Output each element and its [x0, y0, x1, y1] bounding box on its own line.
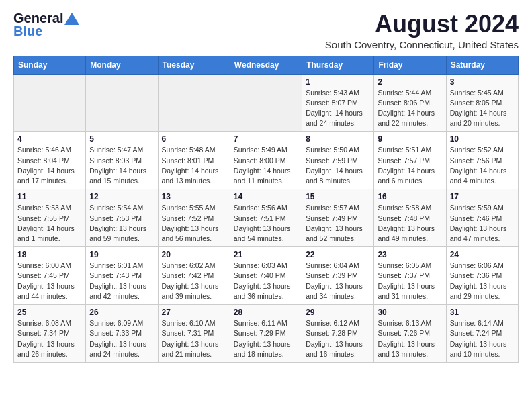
day-info: Sunrise: 6:12 AMSunset: 7:28 PMDaylight:…: [306, 318, 370, 359]
day-info: Sunrise: 6:09 AMSunset: 7:33 PMDaylight:…: [89, 318, 154, 359]
day-number: 29: [306, 308, 370, 317]
day-info: Sunrise: 5:56 AMSunset: 7:51 PMDaylight:…: [234, 203, 298, 244]
day-cell: 25Sunrise: 6:08 AMSunset: 7:34 PMDayligh…: [14, 305, 86, 363]
day-info: Sunrise: 6:00 AMSunset: 7:45 PMDaylight:…: [17, 261, 82, 302]
day-number: 17: [450, 192, 515, 201]
day-info: Sunrise: 5:53 AMSunset: 7:55 PMDaylight:…: [17, 203, 82, 244]
day-number: 25: [17, 308, 82, 317]
day-info: Sunrise: 5:50 AMSunset: 7:59 PMDaylight:…: [306, 145, 370, 186]
calendar-table: SundayMondayTuesdayWednesdayThursdayFrid…: [13, 56, 519, 363]
day-info: Sunrise: 5:44 AMSunset: 8:06 PMDaylight:…: [378, 88, 442, 129]
day-info: Sunrise: 5:45 AMSunset: 8:05 PMDaylight:…: [450, 88, 515, 129]
day-cell: 31Sunrise: 6:14 AMSunset: 7:24 PMDayligh…: [446, 305, 518, 363]
day-info: Sunrise: 6:04 AMSunset: 7:39 PMDaylight:…: [306, 261, 370, 302]
day-cell: 11Sunrise: 5:53 AMSunset: 7:55 PMDayligh…: [14, 189, 86, 247]
weekday-header-wednesday: Wednesday: [230, 56, 302, 74]
day-cell: 18Sunrise: 6:00 AMSunset: 7:45 PMDayligh…: [14, 247, 86, 305]
weekday-header-friday: Friday: [374, 56, 446, 74]
day-number: 24: [450, 250, 515, 259]
day-cell: 1Sunrise: 5:43 AMSunset: 8:07 PMDaylight…: [302, 74, 374, 132]
day-info: Sunrise: 6:02 AMSunset: 7:42 PMDaylight:…: [162, 261, 226, 302]
day-cell: 12Sunrise: 5:54 AMSunset: 7:53 PMDayligh…: [86, 189, 158, 247]
weekday-header-sunday: Sunday: [14, 56, 86, 74]
weekday-header-saturday: Saturday: [446, 56, 518, 74]
week-row-2: 4Sunrise: 5:46 AMSunset: 8:04 PMDaylight…: [14, 132, 519, 189]
day-number: 30: [378, 308, 442, 317]
day-cell: 19Sunrise: 6:01 AMSunset: 7:43 PMDayligh…: [86, 247, 158, 305]
day-cell: 14Sunrise: 5:56 AMSunset: 7:51 PMDayligh…: [230, 189, 302, 247]
day-number: 20: [162, 250, 226, 259]
week-row-5: 25Sunrise: 6:08 AMSunset: 7:34 PMDayligh…: [14, 305, 519, 363]
day-cell: 27Sunrise: 6:10 AMSunset: 7:31 PMDayligh…: [158, 305, 230, 363]
day-number: 6: [162, 134, 226, 144]
weekday-header-monday: Monday: [86, 56, 158, 74]
day-info: Sunrise: 5:48 AMSunset: 8:01 PMDaylight:…: [162, 145, 226, 186]
day-number: 7: [234, 134, 298, 144]
day-cell: 17Sunrise: 5:59 AMSunset: 7:46 PMDayligh…: [446, 189, 518, 247]
day-cell: [14, 74, 86, 132]
day-info: Sunrise: 6:03 AMSunset: 7:40 PMDaylight:…: [234, 261, 298, 302]
day-cell: 24Sunrise: 6:06 AMSunset: 7:36 PMDayligh…: [446, 247, 518, 305]
day-cell: 29Sunrise: 6:12 AMSunset: 7:28 PMDayligh…: [302, 305, 374, 363]
logo-blue: Blue: [13, 24, 42, 39]
day-number: 5: [89, 134, 154, 144]
day-cell: 20Sunrise: 6:02 AMSunset: 7:42 PMDayligh…: [158, 247, 230, 305]
day-number: 28: [234, 308, 298, 317]
week-row-1: 1Sunrise: 5:43 AMSunset: 8:07 PMDaylight…: [14, 74, 519, 132]
day-info: Sunrise: 5:54 AMSunset: 7:53 PMDaylight:…: [89, 203, 154, 244]
day-number: 19: [89, 250, 154, 259]
day-cell: 4Sunrise: 5:46 AMSunset: 8:04 PMDaylight…: [14, 132, 86, 189]
week-row-3: 11Sunrise: 5:53 AMSunset: 7:55 PMDayligh…: [14, 189, 519, 247]
month-title: August 2024: [325, 11, 519, 38]
day-info: Sunrise: 6:08 AMSunset: 7:34 PMDaylight:…: [17, 318, 82, 359]
day-info: Sunrise: 5:49 AMSunset: 8:00 PMDaylight:…: [234, 145, 298, 186]
day-number: 26: [89, 308, 154, 317]
day-number: 4: [17, 134, 82, 144]
day-cell: [230, 74, 302, 132]
day-cell: 5Sunrise: 5:47 AMSunset: 8:03 PMDaylight…: [86, 132, 158, 189]
logo: General Blue: [13, 11, 79, 39]
day-cell: 7Sunrise: 5:49 AMSunset: 8:00 PMDaylight…: [230, 132, 302, 189]
day-cell: 26Sunrise: 6:09 AMSunset: 7:33 PMDayligh…: [86, 305, 158, 363]
day-number: 18: [17, 250, 82, 259]
day-info: Sunrise: 5:52 AMSunset: 7:56 PMDaylight:…: [450, 145, 515, 186]
day-number: 3: [450, 77, 515, 87]
day-info: Sunrise: 6:06 AMSunset: 7:36 PMDaylight:…: [450, 261, 515, 302]
day-number: 1: [306, 77, 370, 87]
week-row-4: 18Sunrise: 6:00 AMSunset: 7:45 PMDayligh…: [14, 247, 519, 305]
day-info: Sunrise: 5:46 AMSunset: 8:04 PMDaylight:…: [17, 145, 82, 186]
day-number: 21: [234, 250, 298, 259]
weekday-header-row: SundayMondayTuesdayWednesdayThursdayFrid…: [14, 56, 519, 74]
location-subtitle: South Coventry, Connecticut, United Stat…: [325, 39, 519, 50]
day-number: 23: [378, 250, 442, 259]
day-number: 11: [17, 192, 82, 201]
day-info: Sunrise: 6:10 AMSunset: 7:31 PMDaylight:…: [162, 318, 226, 359]
day-cell: 30Sunrise: 6:13 AMSunset: 7:26 PMDayligh…: [374, 305, 446, 363]
day-cell: 2Sunrise: 5:44 AMSunset: 8:06 PMDaylight…: [374, 74, 446, 132]
day-cell: 6Sunrise: 5:48 AMSunset: 8:01 PMDaylight…: [158, 132, 230, 189]
day-number: 8: [306, 134, 370, 144]
day-info: Sunrise: 6:11 AMSunset: 7:29 PMDaylight:…: [234, 318, 298, 359]
day-number: 12: [89, 192, 154, 201]
day-cell: 28Sunrise: 6:11 AMSunset: 7:29 PMDayligh…: [230, 305, 302, 363]
weekday-header-thursday: Thursday: [302, 56, 374, 74]
day-info: Sunrise: 6:14 AMSunset: 7:24 PMDaylight:…: [450, 318, 515, 359]
title-area: August 2024 South Coventry, Connecticut,…: [325, 11, 519, 50]
day-number: 14: [234, 192, 298, 201]
day-number: 16: [378, 192, 442, 201]
day-cell: 22Sunrise: 6:04 AMSunset: 7:39 PMDayligh…: [302, 247, 374, 305]
svg-marker-0: [64, 13, 79, 25]
day-number: 27: [162, 308, 226, 317]
day-info: Sunrise: 5:59 AMSunset: 7:46 PMDaylight:…: [450, 203, 515, 244]
day-number: 13: [162, 192, 226, 201]
day-cell: 23Sunrise: 6:05 AMSunset: 7:37 PMDayligh…: [374, 247, 446, 305]
day-number: 22: [306, 250, 370, 259]
day-info: Sunrise: 5:51 AMSunset: 7:57 PMDaylight:…: [378, 145, 442, 186]
day-number: 10: [450, 134, 515, 144]
page-header: General Blue August 2024 South Coventry,…: [13, 11, 519, 50]
day-info: Sunrise: 5:55 AMSunset: 7:52 PMDaylight:…: [162, 203, 226, 244]
day-info: Sunrise: 5:43 AMSunset: 8:07 PMDaylight:…: [306, 88, 370, 129]
day-number: 31: [450, 308, 515, 317]
day-info: Sunrise: 5:57 AMSunset: 7:49 PMDaylight:…: [306, 203, 370, 244]
day-cell: [86, 74, 158, 132]
